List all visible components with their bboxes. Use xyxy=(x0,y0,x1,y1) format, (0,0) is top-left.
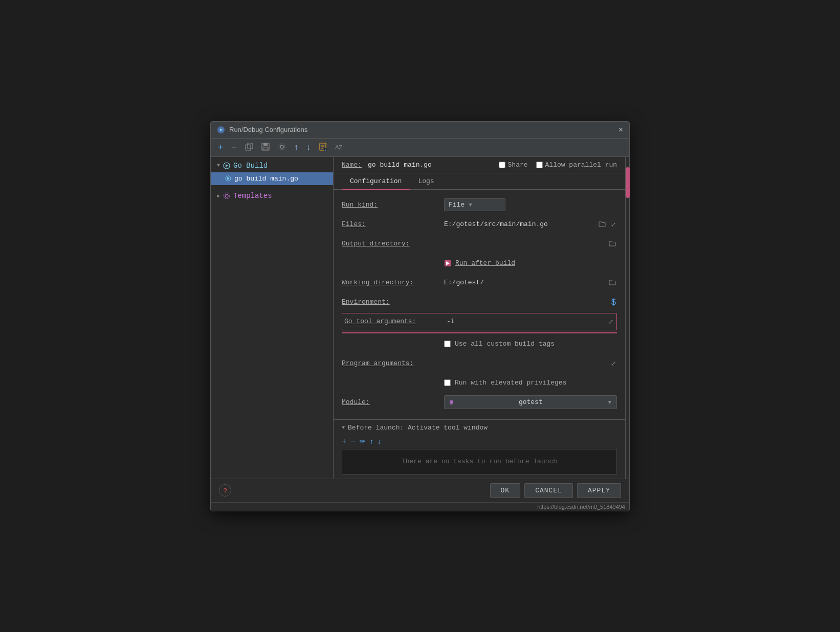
expand-program-args-button[interactable]: ⤢ xyxy=(610,359,617,368)
share-checkbox-group[interactable]: Share xyxy=(499,161,528,169)
move-up-button[interactable]: ↑ xyxy=(292,142,300,152)
before-launch-edit-button[interactable]: ✏ xyxy=(360,437,366,445)
go-tool-args-label: Go tool arguments: xyxy=(344,318,447,325)
go-tool-underline xyxy=(342,332,617,333)
scrollbar-container xyxy=(625,157,629,479)
sidebar-item-go-build-main[interactable]: go build main.go xyxy=(211,172,333,185)
before-launch-empty-area: There are no tasks to run before launch xyxy=(342,449,617,475)
before-launch-header[interactable]: ▼ Before launch: Activate tool window xyxy=(342,424,617,432)
add-template-button[interactable]: + xyxy=(317,142,329,153)
status-bar: https://blog.csdn.net/m0_51849494 xyxy=(211,502,629,511)
go-item-icon xyxy=(225,175,231,182)
name-label: Name: xyxy=(342,161,362,169)
run-after-build-label[interactable]: Run after build xyxy=(455,259,515,267)
run-after-build-row: Run after build xyxy=(342,255,617,272)
copy-icon xyxy=(245,143,253,151)
expand-go-tool-button[interactable]: ⤢ xyxy=(607,317,614,326)
title-bar-left: Run/Debug Configurations xyxy=(217,126,307,134)
run-debug-dialog: Run/Debug Configurations × + − ↑ xyxy=(210,121,630,511)
run-kind-dropdown[interactable]: File ▼ xyxy=(444,198,505,211)
working-dir-label: Working directory: xyxy=(342,279,444,286)
module-dropdown[interactable]: ▣ gotest ▼ xyxy=(444,395,617,409)
footer-left: ? xyxy=(219,484,231,496)
run-elevated-checkbox[interactable] xyxy=(444,379,451,386)
output-dir-row: Output directory: xyxy=(342,235,617,253)
module-row: Module: ▣ gotest ▼ xyxy=(342,394,617,411)
use-custom-tags-checkbox[interactable] xyxy=(444,341,451,347)
move-down-button[interactable]: ↓ xyxy=(304,142,313,152)
svg-rect-3 xyxy=(248,143,253,149)
add-config-button[interactable]: + xyxy=(216,142,226,153)
chevron-down-icon: ▼ xyxy=(217,163,220,168)
go-tool-args-row: Go tool arguments: ⤢ xyxy=(342,313,617,330)
open-working-dir-button[interactable] xyxy=(608,278,617,288)
dialog-footer: ? OK CANCEL APPLY xyxy=(211,479,629,502)
go-build-header[interactable]: ▼ Go Build xyxy=(211,159,333,172)
sidebar: ▼ Go Build go build main.go xyxy=(211,157,334,479)
main-content: ▼ Go Build go build main.go xyxy=(211,157,629,479)
remove-config-button[interactable]: − xyxy=(230,142,239,153)
parallel-checkbox[interactable] xyxy=(536,162,543,168)
go-tool-args-input[interactable] xyxy=(447,318,594,325)
go-build-label: Go Build xyxy=(233,162,268,170)
scrollbar-thumb[interactable] xyxy=(626,167,630,198)
parallel-checkbox-group[interactable]: Allow parallel run xyxy=(536,161,617,169)
before-launch-add-button[interactable]: + xyxy=(342,437,346,446)
use-custom-tags-row: Use all custom build tags xyxy=(342,335,617,353)
templates-header[interactable]: ▶ Templates xyxy=(211,189,333,202)
program-args-row: Program arguments: ⤢ xyxy=(342,355,617,372)
toolbar: + − ↑ ↓ xyxy=(211,139,629,157)
name-bar: Name: go build main.go Share Allow paral… xyxy=(334,157,625,173)
apply-button[interactable]: APPLY xyxy=(577,483,621,498)
go-run-icon xyxy=(223,162,230,169)
before-launch-remove-button[interactable]: − xyxy=(350,437,355,446)
status-url: https://blog.csdn.net/m0_51849494 xyxy=(537,504,625,510)
open-file-button[interactable] xyxy=(598,219,607,230)
run-kind-row: Run kind: File ▼ xyxy=(342,196,617,214)
help-button[interactable]: ? xyxy=(219,484,231,496)
sidebar-item-label: go build main.go xyxy=(234,175,298,183)
ok-button[interactable]: OK xyxy=(490,483,521,498)
module-value: gotest xyxy=(519,398,543,406)
cancel-button[interactable]: CANCEL xyxy=(524,483,573,498)
save-icon xyxy=(261,143,270,151)
files-row: Files: E:/gotest/src/main/main.go ⤢ xyxy=(342,216,617,233)
tab-configuration[interactable]: Configuration xyxy=(342,173,410,190)
chevron-right-icon: ▶ xyxy=(217,193,220,199)
module-label: Module: xyxy=(342,398,444,406)
dialog-icon xyxy=(217,126,225,134)
chevron-down-icon: ▼ xyxy=(342,425,345,431)
share-checkbox[interactable] xyxy=(499,162,505,168)
working-dir-value[interactable]: E:/gotest/ xyxy=(444,279,596,286)
before-launch-up-button[interactable]: ↑ xyxy=(370,437,373,445)
tab-logs[interactable]: Logs xyxy=(410,173,442,190)
settings-icon xyxy=(278,143,286,151)
environment-row: Environment: $ xyxy=(342,294,617,311)
before-launch-section: ▼ Before launch: Activate tool window + … xyxy=(334,419,625,479)
parallel-label: Allow parallel run xyxy=(545,161,617,169)
config-panel: Name: go build main.go Share Allow paral… xyxy=(334,157,625,479)
open-output-dir-button[interactable] xyxy=(608,239,617,249)
template-icon: + xyxy=(319,143,327,151)
copy-config-button[interactable] xyxy=(243,142,255,153)
svg-marker-16 xyxy=(226,164,228,167)
working-dir-actions xyxy=(596,278,617,288)
svg-marker-18 xyxy=(227,177,230,180)
name-value[interactable]: go build main.go xyxy=(368,161,493,169)
svg-text:+: + xyxy=(324,148,327,151)
close-button[interactable]: × xyxy=(618,126,623,134)
use-custom-tags-label: Use all custom build tags xyxy=(455,340,555,348)
program-args-label: Program arguments: xyxy=(342,359,444,367)
name-options: Share Allow parallel run xyxy=(499,161,617,169)
sort-button[interactable]: AZ xyxy=(333,144,344,151)
environment-var-button[interactable]: $ xyxy=(610,297,617,308)
files-value[interactable]: E:/gotest/src/main/main.go xyxy=(444,220,596,228)
expand-files-button[interactable]: ⤢ xyxy=(610,220,617,229)
before-launch-down-button[interactable]: ↓ xyxy=(378,437,381,445)
save-button[interactable] xyxy=(259,142,272,153)
svg-point-7 xyxy=(280,145,283,148)
settings-button[interactable] xyxy=(276,142,288,153)
before-launch-toolbar: + − ✏ ↑ ↓ xyxy=(342,435,617,448)
before-launch-title: Before launch: Activate tool window xyxy=(348,424,488,432)
folder-icon-output xyxy=(609,240,616,246)
